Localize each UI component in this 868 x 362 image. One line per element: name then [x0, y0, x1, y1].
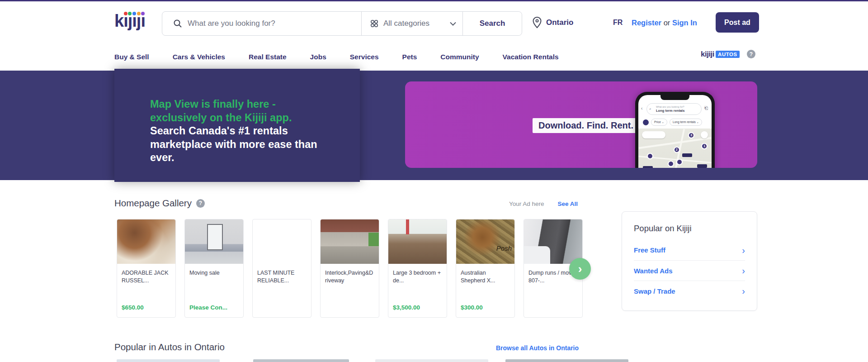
sidebar-item-free-stuff[interactable]: Free Stuff ›	[634, 240, 745, 260]
map-layer-buttons	[642, 131, 665, 138]
map-locate-button	[701, 131, 708, 138]
gallery-card[interactable]: ADORABLE JACK RUSSEL... $650.00	[117, 219, 176, 318]
next-row-image-top	[253, 359, 349, 362]
chevron-right-icon: ›	[742, 246, 745, 255]
app-promo-banner[interactable]: Download. Find. Rent. ‹ What are you loo…	[405, 81, 757, 168]
chevron-right-icon: ›	[742, 266, 745, 275]
post-ad-button[interactable]: Post ad	[716, 12, 759, 33]
autos-section-title: Popular in Autos in Ontario	[114, 342, 225, 352]
phone-bookmark-icon: ⎗	[704, 105, 708, 111]
autos-logo-badge: AUTOS	[716, 51, 740, 58]
next-row-image-top	[375, 359, 488, 362]
chevron-down-icon	[450, 22, 456, 26]
kijiji-logo[interactable]: kıȷıȷı	[114, 11, 145, 31]
location-selector[interactable]: Ontario	[533, 17, 573, 29]
phone-search-query: Long term rentals	[656, 109, 701, 113]
search-input[interactable]	[188, 19, 361, 28]
gallery-links: Your Ad here See All	[509, 200, 578, 207]
nav-cars-vehicles[interactable]: Cars & Vehicles	[173, 53, 225, 61]
see-all-link[interactable]: See All	[558, 200, 578, 207]
map-pin: 2	[674, 147, 680, 153]
category-dropdown-label: All categories	[383, 19, 445, 28]
nav-pets[interactable]: Pets	[402, 53, 417, 61]
listing-image-shepherd-dog: Posh	[456, 219, 514, 264]
listing-title: ADORABLE JACK RUSSEL...	[117, 264, 175, 285]
gallery-card[interactable]: Large 3 bedroom + de... $3,500.00	[388, 219, 447, 318]
phone-search-pill: What are you looking for? Long term rent…	[646, 103, 702, 115]
gallery-card[interactable]: LAST MINUTE RELIABLE...	[252, 219, 311, 318]
listing-image-dump-truck	[524, 219, 582, 264]
listing-image-apartment	[388, 219, 447, 264]
phone-mockup: ‹ What are you looking for? Long term re…	[635, 92, 715, 168]
gallery-header: Homepage Gallery ?	[114, 198, 205, 209]
listing-title: LAST MINUTE RELIABLE...	[253, 264, 311, 285]
hero-headline-green: Map View is finally here - exclusively o…	[150, 98, 292, 124]
category-dropdown[interactable]: All categories	[361, 12, 462, 35]
listing-price: $3,500.00	[393, 304, 420, 311]
gallery-card[interactable]: Moving sale Please Con...	[184, 219, 244, 318]
language-toggle[interactable]: FR	[613, 19, 623, 27]
autos-logo-kijiji-text: kijiji	[701, 50, 714, 59]
gallery-title: Homepage Gallery	[114, 198, 192, 209]
nav-help-icon[interactable]: ?	[747, 50, 755, 58]
nav-buy-sell[interactable]: Buy & Sell	[114, 53, 149, 61]
listing-image-bedroom	[185, 219, 243, 264]
map-price-tag	[697, 164, 707, 168]
sidebar-item-label: Swap / Trade	[634, 287, 675, 295]
gallery-help-icon[interactable]: ?	[196, 199, 205, 208]
map-pin	[668, 161, 674, 167]
sign-in-link[interactable]: Sign In	[672, 19, 697, 27]
next-row-image-top	[505, 359, 628, 362]
map-price-tag	[643, 166, 653, 168]
sidebar-item-wanted-ads[interactable]: Wanted Ads ›	[634, 260, 745, 281]
nav-community[interactable]: Community	[440, 53, 479, 61]
chevron-right-icon: ›	[742, 286, 745, 295]
phone-filter-row: Price ⌄ Long term rentals ⌄	[643, 119, 710, 126]
your-ad-here-text: Your Ad here	[509, 200, 544, 207]
kijiji-homepage: kıȷıȷı All categories Search	[0, 0, 868, 362]
kijiji-autos-logo[interactable]: kijiji AUTOS	[701, 50, 740, 59]
search-icon	[173, 19, 182, 28]
search-button[interactable]: Search	[462, 12, 522, 35]
search-field[interactable]	[162, 12, 361, 35]
hero-headline: Map View is finally here - exclusively o…	[150, 98, 330, 165]
listing-title: Interlock,Paving&Driveway	[321, 264, 379, 285]
main-nav: Buy & Sell Cars & Vehicles Real Estate J…	[114, 45, 559, 69]
map-price-tag	[682, 153, 692, 157]
listing-image-moving-truck	[253, 219, 311, 264]
listing-price: Please Con...	[189, 304, 227, 311]
next-row-image-top	[117, 359, 220, 362]
nav-vacation-rentals[interactable]: Vacation Rentals	[503, 53, 559, 61]
sidebar-title: Popular on Kijiji	[634, 224, 745, 233]
phone-price-filter: Price ⌄	[651, 119, 667, 126]
hero-headline-white: Search Canada's #1 rentals marketplace w…	[150, 125, 317, 163]
register-link[interactable]: Register	[632, 19, 661, 27]
sidebar-item-swap-trade[interactable]: Swap / Trade ›	[634, 281, 745, 301]
map-pin: 3	[688, 132, 694, 138]
gallery-next-button[interactable]: ›	[569, 258, 591, 280]
popular-sidebar: Popular on Kijiji Free Stuff › Wanted Ad…	[622, 211, 757, 311]
listing-title: Large 3 bedroom + de...	[388, 264, 447, 285]
gallery-card[interactable]: Posh Australian Shepherd X... $300.00	[456, 219, 515, 318]
sidebar-item-label: Free Stuff	[634, 246, 665, 254]
browse-autos-link[interactable]: Browse all Autos in Ontario	[496, 344, 579, 352]
nav-jobs[interactable]: Jobs	[310, 53, 326, 61]
phone-search-hint: What are you looking for?	[656, 105, 701, 109]
phone-notch	[660, 95, 689, 100]
nav-real-estate[interactable]: Real Estate	[249, 53, 287, 61]
map-pin	[676, 159, 683, 165]
phone-toggle-icon	[643, 119, 649, 125]
categories-grid-icon	[370, 19, 379, 28]
hero-text-panel: Map View is finally here - exclusively o…	[114, 69, 360, 182]
listing-title: Moving sale	[185, 264, 243, 277]
hero-banner: Map View is finally here - exclusively o…	[0, 71, 868, 180]
nav-services[interactable]: Services	[350, 53, 379, 61]
listing-price: $650.00	[122, 304, 144, 311]
site-header: kıȷıȷı All categories Search	[0, 1, 868, 45]
search-bar-group: All categories Search	[162, 11, 522, 36]
sidebar-item-label: Wanted Ads	[634, 267, 673, 275]
phone-map: 3 2 1	[638, 129, 712, 168]
listing-image-overlay-text: Posh	[496, 244, 512, 252]
gallery-card[interactable]: Interlock,Paving&Driveway	[320, 219, 379, 318]
phone-rentals-filter: Long term rentals ⌄	[670, 119, 702, 126]
